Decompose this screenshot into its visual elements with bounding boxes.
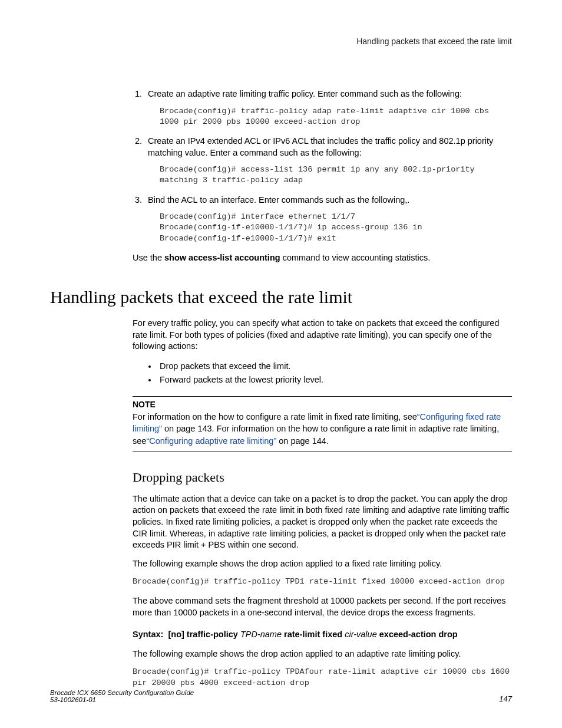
note-body: For information on the how to configure …	[133, 411, 512, 447]
syntax-keyword: rate-limit fixed	[284, 630, 342, 639]
doc-number: 53-1002601-01	[50, 696, 96, 703]
page-footer: Brocade ICX 6650 Security Configuration …	[50, 689, 512, 703]
text: Use the	[133, 253, 164, 262]
page-number: 147	[499, 694, 512, 703]
running-header: Handling packets that exceed the rate li…	[50, 37, 512, 46]
paragraph: The following example shows the drop act…	[133, 648, 512, 660]
list-item: Forward packets at the lowest priority l…	[157, 373, 512, 387]
syntax-label: Syntax:	[133, 630, 163, 639]
note-label: NOTE	[133, 399, 512, 411]
cross-ref-link[interactable]: “Configuring adaptive rate limiting”	[146, 436, 276, 446]
syntax-line: Syntax: [no] traffic-policy TPD-name rat…	[133, 628, 512, 640]
syntax-variable: TPD-name	[240, 630, 284, 639]
doc-title: Brocade ICX 6650 Security Configuration …	[50, 689, 194, 696]
syntax-keyword: [no] traffic-policy	[168, 630, 237, 639]
syntax-keyword: exceed-action drop	[379, 630, 458, 639]
code-block: Brocade(config)# interface ethernet 1/1/…	[160, 212, 512, 244]
step-text: Create an adaptive rate limiting traffic…	[148, 89, 462, 98]
procedure-steps: Create an adaptive rate limiting traffic…	[133, 88, 512, 244]
section-heading: Handling packets that exceed the rate li…	[50, 287, 512, 307]
paragraph: The ultimate action that a device can ta…	[133, 493, 512, 551]
code-block: Brocade(config)# traffic-policy adap rat…	[160, 106, 512, 127]
paragraph: The above command sets the fragment thre…	[133, 595, 512, 618]
footer-left: Brocade ICX 6650 Security Configuration …	[50, 689, 194, 703]
syntax-variable: cir-value	[345, 630, 379, 639]
step-text: Create an IPv4 extended ACL or IPv6 ACL …	[148, 136, 493, 157]
code-block: Brocade(config)# traffic-policy TPDAfour…	[133, 667, 512, 688]
use-command-line: Use the show access-list accounting comm…	[133, 252, 512, 264]
paragraph: The following example shows the drop act…	[133, 558, 512, 570]
code-block: Brocade(config)# traffic-policy TPD1 rat…	[133, 577, 512, 587]
intro-paragraph: For every traffic policy, you can specif…	[133, 318, 512, 353]
text: For information on the how to configure …	[133, 412, 417, 421]
text: on page 144.	[276, 436, 329, 446]
step-3: Bind the ACL to an interface. Enter comm…	[144, 195, 512, 244]
list-item: Drop packets that exceed the limit.	[157, 360, 512, 373]
note-block: NOTE For information on the how to confi…	[133, 396, 512, 452]
action-list: Drop packets that exceed the limit. Forw…	[144, 360, 512, 387]
subsection-heading: Dropping packets	[133, 470, 512, 485]
step-2: Create an IPv4 extended ACL or IPv6 ACL …	[144, 136, 512, 186]
page-content: Handling packets that exceed the rate li…	[0, 0, 562, 689]
step-text: Bind the ACL to an interface. Enter comm…	[148, 195, 409, 205]
step-1: Create an adaptive rate limiting traffic…	[144, 88, 512, 127]
command-name: show access-list accounting	[164, 253, 280, 262]
code-block: Brocade(config)# access-list 136 permit …	[160, 164, 512, 186]
text: command to view accounting statistics.	[280, 253, 431, 262]
